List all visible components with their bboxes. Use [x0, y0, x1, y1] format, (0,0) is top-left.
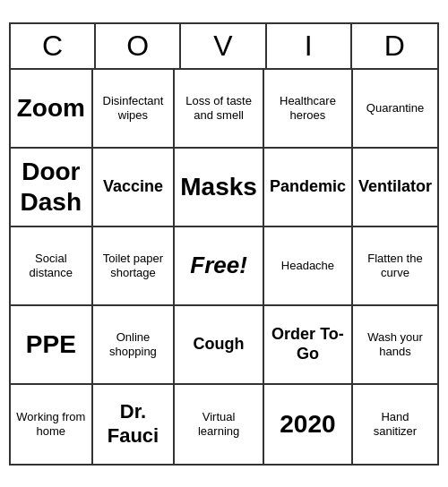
cell-text-3: Healthcare heroes [270, 94, 346, 122]
bingo-cell-19: Wash your hands [353, 306, 437, 385]
bingo-cell-15: PPE [11, 306, 93, 385]
header-letter-I: I [267, 24, 352, 68]
cell-text-24: Hand sanitizer [358, 410, 432, 438]
cell-text-15: PPE [26, 329, 76, 360]
cell-text-16: Online shopping [99, 330, 168, 358]
bingo-cell-23: 2020 [264, 385, 353, 464]
cell-text-8: Pandemic [270, 177, 346, 197]
cell-text-4: Quarantine [366, 101, 424, 115]
bingo-cell-14: Flatten the curve [353, 227, 437, 306]
bingo-cell-6: Vaccine [93, 149, 176, 227]
cell-text-19: Wash your hands [358, 330, 432, 358]
bingo-cell-1: Disinfectant wipes [93, 70, 176, 149]
cell-text-20: Working from home [16, 410, 86, 438]
header-letter-O: O [96, 24, 181, 68]
cell-text-0: Zoom [17, 93, 85, 124]
header-letter-D: D [352, 24, 437, 68]
cell-text-2: Loss of taste and smell [180, 94, 257, 122]
cell-text-10: Social distance [16, 252, 86, 279]
bingo-cell-18: Order To-Go [264, 306, 353, 385]
bingo-cell-0: Zoom [11, 70, 93, 149]
header-letter-V: V [181, 24, 266, 68]
bingo-cell-4: Quarantine [353, 70, 437, 149]
cell-text-5: Door Dash [16, 157, 86, 217]
cell-text-23: 2020 [280, 409, 335, 440]
bingo-cell-2: Loss of taste and smell [175, 70, 264, 149]
bingo-cell-21: Dr. Fauci [93, 385, 176, 464]
bingo-grid: ZoomDisinfectant wipesLoss of taste and … [11, 70, 437, 464]
bingo-card: COVID ZoomDisinfectant wipesLoss of tast… [9, 22, 439, 466]
bingo-cell-3: Healthcare heroes [264, 70, 353, 149]
bingo-cell-20: Working from home [11, 385, 93, 464]
cell-text-13: Headache [281, 259, 334, 273]
bingo-cell-17: Cough [175, 306, 264, 385]
bingo-cell-8: Pandemic [264, 149, 353, 227]
bingo-cell-22: Virtual learning [175, 385, 264, 464]
bingo-cell-5: Door Dash [11, 149, 93, 227]
cell-text-17: Cough [194, 335, 245, 355]
cell-text-11: Toilet paper shortage [99, 252, 168, 279]
bingo-cell-9: Ventilator [353, 149, 437, 227]
cell-text-18: Order To-Go [270, 325, 346, 363]
cell-text-6: Vaccine [103, 177, 163, 197]
bingo-cell-16: Online shopping [93, 306, 176, 385]
cell-text-9: Ventilator [358, 177, 432, 197]
header-letter-C: C [11, 24, 96, 68]
bingo-cell-10: Social distance [11, 227, 93, 306]
bingo-header: COVID [11, 24, 437, 70]
cell-text-21: Dr. Fauci [99, 400, 168, 448]
bingo-cell-7: Masks [175, 149, 264, 227]
cell-text-1: Disinfectant wipes [99, 94, 168, 122]
cell-text-14: Flatten the curve [358, 252, 432, 279]
bingo-cell-13: Headache [264, 227, 353, 306]
cell-text-12: Free! [190, 252, 247, 279]
bingo-cell-24: Hand sanitizer [353, 385, 437, 464]
cell-text-7: Masks [180, 172, 257, 202]
bingo-cell-11: Toilet paper shortage [93, 227, 176, 306]
cell-text-22: Virtual learning [180, 410, 257, 438]
bingo-cell-12: Free! [175, 227, 264, 306]
